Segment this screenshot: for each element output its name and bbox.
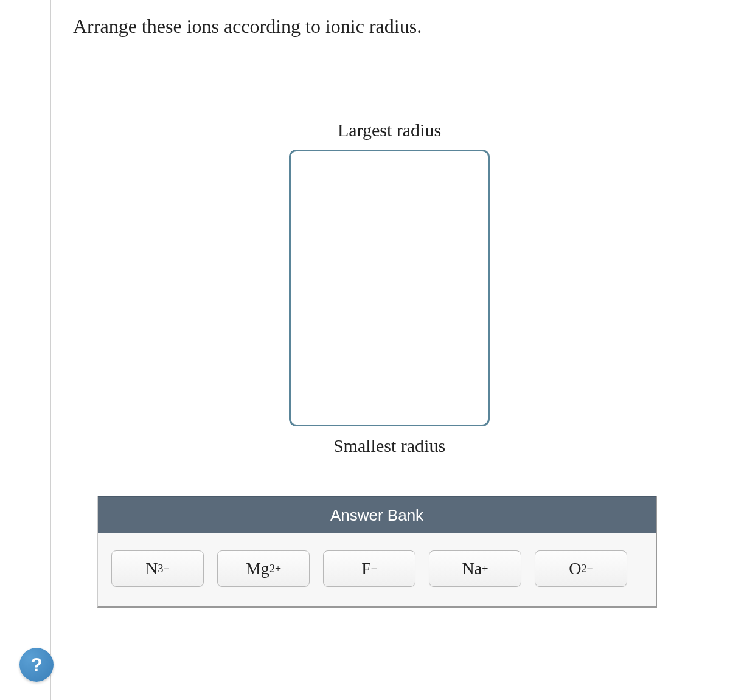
ion-base: Na [462, 559, 482, 578]
answer-bank-items: N3− Mg2+ F− Na+ O2− [98, 533, 656, 606]
left-divider [50, 0, 51, 700]
ion-tile-sodium[interactable]: Na+ [429, 550, 521, 587]
ranking-area: Largest radius Smallest radius [73, 111, 706, 465]
ion-base: Mg [246, 559, 269, 578]
smallest-radius-label: Smallest radius [333, 435, 445, 456]
answer-bank-title: Answer Bank [98, 496, 656, 533]
ion-base: O [569, 559, 581, 578]
largest-radius-label: Largest radius [338, 120, 441, 140]
help-button[interactable]: ? [19, 648, 54, 682]
ion-tile-oxide[interactable]: O2− [535, 550, 627, 587]
ranking-drop-zone[interactable] [289, 150, 490, 426]
question-content: Arrange these ions according to ionic ra… [0, 0, 730, 632]
ion-tile-nitride[interactable]: N3− [111, 550, 204, 587]
ion-tile-fluoride[interactable]: F− [323, 550, 415, 587]
ion-tile-magnesium[interactable]: Mg2+ [217, 550, 310, 587]
ion-base: N [145, 559, 158, 578]
help-icon: ? [30, 654, 43, 676]
ion-base: F [361, 559, 371, 578]
answer-bank: Answer Bank N3− Mg2+ F− Na+ O2− [97, 496, 657, 608]
question-text: Arrange these ions according to ionic ra… [73, 15, 706, 38]
